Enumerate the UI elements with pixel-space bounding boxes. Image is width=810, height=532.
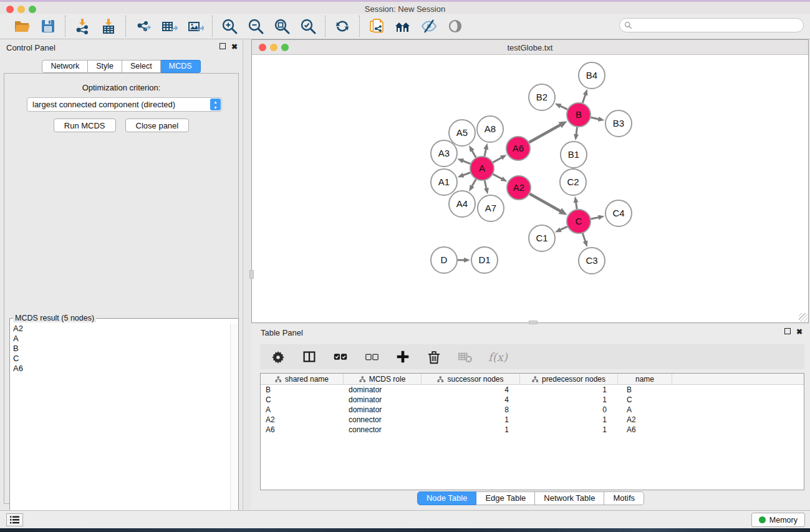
graph-node-label: A1 xyxy=(438,177,450,187)
mcds-panel: Optimization criterion: largest connecte… xyxy=(4,73,239,504)
app-title: Session: New Session xyxy=(0,4,810,14)
tab-style[interactable]: Style xyxy=(88,60,122,73)
run-mcds-button[interactable]: Run MCDS xyxy=(54,118,116,132)
table-cell: 1 xyxy=(422,425,520,435)
hierarchy-icon xyxy=(275,376,282,383)
network-graph[interactable]: AA1A2A3A4A5A6A7A8BB1B2B3B4CC1C2C3C4DD1 xyxy=(252,55,808,322)
table-cell: 1 xyxy=(520,425,618,435)
column-manager-icon[interactable] xyxy=(301,349,317,365)
zoom-out-icon[interactable] xyxy=(247,17,264,35)
graph-node-label: A4 xyxy=(456,198,468,209)
deselect-all-rows-icon[interactable] xyxy=(364,349,380,365)
resize-grip-icon[interactable] xyxy=(799,313,808,322)
zoom-in-icon[interactable] xyxy=(221,17,238,35)
table-cell: A6 xyxy=(261,425,344,435)
zoom-fit-icon[interactable] xyxy=(273,17,291,35)
column-header-predecessor-nodes[interactable]: predecessor nodes xyxy=(520,374,618,385)
node-table: shared nameMCDS rolesuccessor nodesprede… xyxy=(260,373,804,490)
edge-A-A7 xyxy=(485,181,486,189)
table-cell: C xyxy=(261,395,344,405)
refresh-icon[interactable] xyxy=(334,17,351,35)
arrowhead-icon xyxy=(458,173,465,178)
result-scrollbar[interactable] xyxy=(230,324,238,532)
column-header-name[interactable]: name xyxy=(618,374,672,385)
graph-node-label: D1 xyxy=(478,254,490,265)
mcds-result-box[interactable]: MCDS result (5 nodes) A2ABCA6 xyxy=(9,318,239,532)
export-image-icon[interactable] xyxy=(186,17,204,35)
tab-node-table[interactable]: Node Table xyxy=(417,491,477,505)
control-panel-tabs: NetworkStyleSelectMCDS xyxy=(0,60,243,73)
home-icon[interactable] xyxy=(394,17,412,35)
export-table-icon[interactable] xyxy=(160,17,178,35)
graph-node-label: B2 xyxy=(536,92,547,102)
mcds-result-list: A2ABCA6 xyxy=(11,324,229,531)
graph-node-label: B xyxy=(576,109,582,120)
column-header-MCDS-role[interactable]: MCDS role xyxy=(344,374,422,385)
task-history-button[interactable] xyxy=(6,513,23,526)
edge-B-B1 xyxy=(576,127,577,135)
arrowhead-icon xyxy=(484,188,489,195)
table-row[interactable]: Adominator80A xyxy=(261,405,804,415)
tab-edge-table[interactable]: Edge Table xyxy=(476,491,535,505)
tab-mcds[interactable]: MCDS xyxy=(161,60,201,73)
table-cell: 1 xyxy=(520,415,618,425)
hierarchy-icon xyxy=(359,376,366,383)
hide-panel-icon[interactable] xyxy=(420,17,438,35)
tab-motifs[interactable]: Motifs xyxy=(604,491,644,505)
criterion-value: largest connected component (directed) xyxy=(32,100,175,109)
show-eye-icon[interactable] xyxy=(446,17,464,35)
table-settings-icon[interactable] xyxy=(270,349,286,365)
zoom-selected-icon[interactable] xyxy=(299,17,317,35)
control-panel: Control Panel ✖ NetworkStyleSelectMCDS O… xyxy=(0,39,243,510)
table-row[interactable]: A2connector11A2 xyxy=(261,415,804,425)
import-table-icon[interactable] xyxy=(100,17,117,35)
import-network-icon[interactable] xyxy=(74,17,91,35)
memory-button[interactable]: Memory xyxy=(751,513,805,527)
network-window-titlebar[interactable]: testGlobe.txt xyxy=(252,40,808,55)
table-cell: 0 xyxy=(520,405,618,415)
open-session-icon[interactable] xyxy=(13,17,31,35)
close-panel-button[interactable]: Close panel xyxy=(125,118,190,132)
tab-network-table[interactable]: Network Table xyxy=(535,491,604,505)
splitter-handle-left[interactable] xyxy=(249,270,254,279)
column-header-shared-name[interactable]: shared name xyxy=(261,374,344,385)
graph-node-label: C xyxy=(576,216,582,226)
float-panel-icon[interactable] xyxy=(219,43,226,49)
table-float-panel-icon[interactable] xyxy=(784,328,791,334)
delete-table-icon[interactable] xyxy=(457,349,473,365)
add-column-icon[interactable] xyxy=(395,349,411,365)
mcds-result-item: A2 xyxy=(13,324,229,334)
close-panel-icon[interactable]: ✖ xyxy=(231,43,238,51)
save-session-icon[interactable] xyxy=(39,17,57,35)
table-row[interactable]: A6connector11A6 xyxy=(261,425,804,435)
edge-A-A3 xyxy=(463,161,471,164)
column-header-successor-nodes[interactable]: successor nodes xyxy=(422,374,520,385)
export-network-icon[interactable] xyxy=(134,17,152,35)
table-tabs: Node TableEdge TableNetwork TableMotifs xyxy=(251,491,810,505)
table-cell: dominator xyxy=(344,395,422,405)
tab-select[interactable]: Select xyxy=(122,60,161,73)
table-cell: A xyxy=(618,405,672,415)
table-row[interactable]: Cdominator41C xyxy=(261,395,804,405)
graph-node-label: A5 xyxy=(456,127,468,138)
criterion-select[interactable]: largest connected component (directed) ▲… xyxy=(27,97,222,112)
select-all-rows-icon[interactable] xyxy=(332,349,349,365)
table-cell: 8 xyxy=(422,405,520,415)
arrowhead-icon xyxy=(469,185,474,191)
delete-column-icon[interactable] xyxy=(426,349,442,365)
graph-node-label: A7 xyxy=(485,203,496,213)
table-close-panel-icon[interactable]: ✖ xyxy=(796,328,803,336)
hierarchy-icon xyxy=(532,376,539,383)
arrowhead-icon xyxy=(501,177,508,181)
table-cell: dominator xyxy=(344,385,422,395)
search-box[interactable] xyxy=(619,18,804,32)
arrowhead-icon xyxy=(583,89,588,96)
table-row[interactable]: Bdominator41B xyxy=(261,385,804,395)
graph-node-label: B3 xyxy=(613,118,624,128)
table-cell: A2 xyxy=(618,415,672,425)
clone-network-icon[interactable] xyxy=(368,17,385,35)
search-input[interactable] xyxy=(632,20,803,31)
edge-A-A5 xyxy=(472,150,476,158)
edge-B-B3 xyxy=(591,117,599,119)
tab-network[interactable]: Network xyxy=(42,60,88,73)
